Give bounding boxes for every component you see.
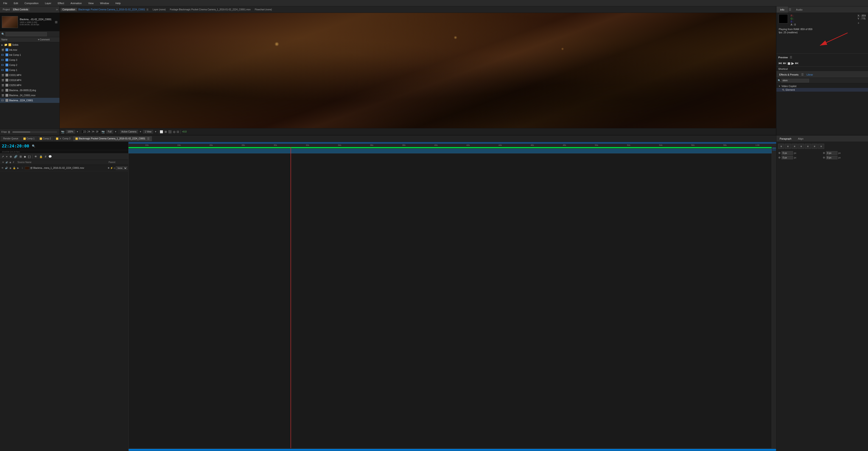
align-justify-all-btn[interactable]: ≡ (818, 144, 824, 149)
eyedropper-icon[interactable]: + (858, 21, 866, 25)
align-justify-last-left-btn[interactable]: ≡ (805, 144, 811, 149)
margin-top-input[interactable] (781, 151, 793, 155)
effects-folder-video-copilot[interactable]: ▼ Video Copilot (776, 84, 868, 88)
layer-solo-icon[interactable]: ◉ (9, 167, 12, 169)
info-panel-menu[interactable]: ☰ (788, 8, 792, 11)
tab-info[interactable]: Info (776, 6, 788, 12)
preview-prev-frame-btn[interactable]: ⏭ (783, 61, 786, 65)
margin-right-input[interactable] (826, 151, 837, 155)
timecode-display[interactable]: 22:24:20:00 (2, 144, 29, 148)
timeline-scrollbar[interactable] (128, 448, 776, 451)
zoom-dropdown-icon[interactable]: ▼ (76, 130, 79, 133)
tab-comp1[interactable]: Comp 1 (21, 136, 37, 141)
tab-comp2[interactable]: Comp 2 (37, 136, 53, 141)
viewer-tab-flowchart[interactable]: Flowchart (none) (253, 8, 274, 11)
preview-next-frame-btn[interactable]: ⏭ (795, 61, 799, 65)
list-item[interactable]: 🎞 Ink Comp 1 (0, 52, 59, 57)
3d-icon[interactable]: ◎ (173, 130, 175, 133)
tab-comp3[interactable]: ✕ Comp 3 (54, 136, 73, 141)
align-justify-btn[interactable]: ≡ (798, 144, 804, 149)
preview-first-frame-btn[interactable]: ⏮ (778, 61, 782, 65)
menu-animation[interactable]: Animation (69, 1, 83, 5)
tab-library[interactable]: Librar (804, 71, 816, 78)
view-dropdown[interactable]: ▼ (139, 130, 142, 133)
preview-play-btn[interactable]: ▶ (792, 61, 794, 65)
layer-effect-icon[interactable]: ✱ (107, 167, 110, 169)
tl-tool-comment[interactable]: 💬 (48, 154, 53, 159)
menu-help[interactable]: Help (114, 1, 122, 5)
list-item[interactable]: 🎬 C0255.MP4 (0, 83, 59, 88)
tab-effect-controls[interactable]: Effect Controls (12, 8, 29, 11)
blackmagic-tab-menu[interactable]: ☰ (147, 137, 150, 140)
layer-collapse-icon[interactable]: ▶ (17, 167, 20, 169)
layer-parent-select[interactable]: None (116, 166, 127, 170)
margin-bottom-input[interactable] (781, 156, 793, 159)
menu-window[interactable]: Window (99, 1, 111, 5)
viewer-tab-layer[interactable]: Layer (none) (151, 8, 167, 11)
tl-tool-parent[interactable]: 🔗 (13, 154, 18, 159)
tab-project[interactable]: Project (1, 8, 11, 11)
view-count-selector[interactable]: 1 View (143, 130, 153, 133)
list-item[interactable]: 🎞 Comp 3 (0, 57, 59, 62)
align-justify-last-right-btn[interactable]: ≡ (811, 144, 817, 149)
menu-file[interactable]: File (2, 1, 9, 5)
list-item[interactable]: 🎞 Comp 2 (0, 62, 59, 67)
playhead[interactable] (290, 147, 291, 448)
preview-stop-btn[interactable]: ◼ (787, 61, 790, 65)
list-item[interactable]: 🎬 C0331.MP4 (0, 72, 59, 78)
align-center-btn[interactable]: ≡ (785, 144, 791, 149)
tl-tool-playhead[interactable]: ⌖ (5, 154, 8, 159)
tab-blackmagic[interactable]: Blackmagic Pocket Cinema Camera_1_2016-0… (73, 136, 152, 141)
resolution-selector[interactable]: Full (106, 130, 113, 133)
list-item[interactable]: ▶ 📁 Solids (0, 42, 59, 47)
tl-tool-hide[interactable]: 👁 (34, 154, 38, 159)
col-parent[interactable]: Parent (108, 161, 127, 163)
align-left-btn[interactable]: ≡ (778, 144, 784, 149)
tab-align[interactable]: Align (795, 136, 806, 142)
safe-zones-icon[interactable]: ⊡ (177, 130, 179, 133)
tab-paragraph[interactable]: Paragraph (776, 136, 795, 142)
col-comment-header[interactable]: Comment (40, 38, 58, 41)
preview-section-menu[interactable]: ☰ (790, 56, 792, 59)
viewer-zoom-value[interactable]: 100% (66, 130, 75, 133)
view-selector[interactable]: Active Camera (120, 130, 138, 133)
layer-lock-icon[interactable]: 🔓 (12, 167, 16, 169)
panel-expand-btn[interactable]: ≫ (56, 8, 58, 11)
work-area-bar[interactable] (128, 142, 776, 144)
tl-tool-mask[interactable]: ⊞ (19, 154, 23, 159)
tl-tool-num[interactable]: # (44, 154, 47, 159)
layer-visibility-icon[interactable]: 👁 (1, 167, 4, 169)
margin-left-input[interactable] (826, 156, 837, 159)
viewer-take-snapshot[interactable]: 📷 (61, 130, 64, 133)
resolution-dropdown[interactable]: ▼ (115, 130, 117, 133)
menu-view[interactable]: View (87, 1, 95, 5)
layer-motion-blur-icon[interactable]: ⚡ (110, 167, 113, 169)
tab-render-queue[interactable]: Render Queue (1, 136, 21, 141)
list-item[interactable]: 🖼 Blackma...00-000513].dng (0, 88, 59, 93)
menu-effect[interactable]: Effect (56, 1, 65, 5)
tab-effects-presets[interactable]: Effects & Presets (776, 71, 801, 78)
effects-search-input[interactable] (781, 79, 809, 83)
view-count-dropdown[interactable]: ▼ (154, 130, 157, 133)
tl-tool-expand[interactable]: ⊕ (9, 154, 12, 159)
menu-layer[interactable]: Layer (43, 1, 53, 5)
tab-audio[interactable]: Audio (792, 6, 806, 12)
list-item[interactable]: 🎞 Comp 1 (0, 67, 59, 72)
effects-panel-menu[interactable]: ☰ (801, 73, 804, 76)
preview-grid-icon[interactable]: ⊞ (55, 20, 58, 24)
list-item[interactable]: 🎬 C0318.MP4 (0, 78, 59, 83)
effects-item-element[interactable]: 🔌 Element (776, 88, 868, 92)
project-search-input[interactable] (5, 32, 47, 36)
current-timecode[interactable]: 22:24:34:10 (82, 130, 100, 133)
viewer-panel-menu[interactable]: ☰ (147, 8, 149, 11)
track-layer-bar[interactable] (128, 149, 772, 153)
tl-layer-row[interactable]: 👁 🔊 ◉ 🔓 ▶ 1 🎬 Blackma...mera_1_2016-01-0… (0, 165, 128, 171)
tl-tool-select[interactable]: ↗ (1, 154, 5, 159)
col-name-header[interactable]: Name (1, 38, 37, 41)
timeline-search-icon[interactable]: 🔍 (32, 145, 35, 148)
viewer-tab-composition[interactable]: Composition (61, 8, 77, 11)
layer-audio-icon[interactable]: 🔊 (5, 167, 8, 169)
scrollbar-handle[interactable] (128, 449, 776, 451)
mask-icon[interactable]: ⬛ (168, 130, 172, 133)
tl-tool-lock[interactable]: 🔒 (38, 154, 43, 159)
